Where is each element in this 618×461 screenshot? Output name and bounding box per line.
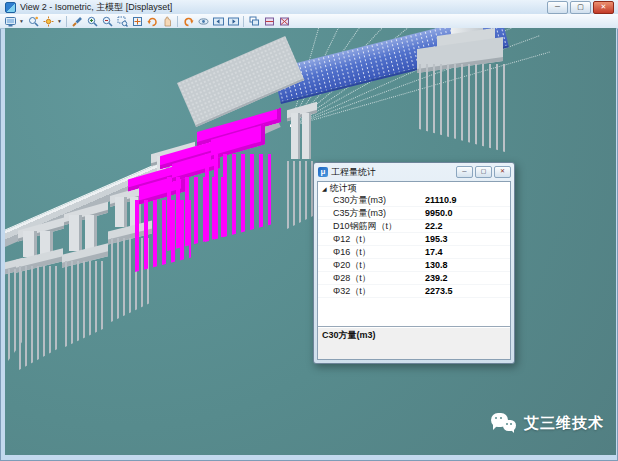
toolbar-separator	[177, 16, 178, 27]
watermark: 艾三维技术	[491, 411, 604, 435]
zoom-out-icon[interactable]	[100, 15, 114, 28]
view-toolbar: ▼ ▼	[0, 14, 618, 29]
zoom-in-icon[interactable]	[85, 15, 99, 28]
table-row[interactable]: D10钢筋网（t） 22.2	[318, 220, 510, 233]
row-value: 239.2	[425, 273, 448, 283]
row-label: D10钢筋网（t）	[333, 220, 425, 233]
view-setup-icon[interactable]	[41, 15, 55, 28]
clip-volume-icon[interactable]	[262, 15, 276, 28]
tree-root-row[interactable]: ◢ 统计项	[318, 182, 510, 194]
fit-view-icon[interactable]	[130, 15, 144, 28]
table-row[interactable]: C35方量(m3) 9950.0	[318, 207, 510, 220]
toolbar-separator	[243, 16, 244, 27]
table-row[interactable]: Φ28（t） 239.2	[318, 272, 510, 285]
tree-expand-icon[interactable]: ◢	[322, 185, 327, 192]
window-icon	[5, 2, 16, 13]
look-around-icon[interactable]	[196, 15, 210, 28]
close-button[interactable]: ✕	[593, 1, 614, 14]
rotate-view-icon[interactable]	[145, 15, 159, 28]
copy-view-icon[interactable]	[247, 15, 261, 28]
pan-view-icon[interactable]	[160, 15, 174, 28]
row-value: 17.4	[425, 247, 443, 257]
row-label: C30方量(m3)	[333, 194, 425, 207]
dialog-maximize-button[interactable]: ▢	[475, 166, 492, 178]
row-value: 9950.0	[425, 208, 453, 218]
row-value: 2273.5	[425, 286, 453, 296]
dialog-title-bar[interactable]: μ 工程量统计 ─ ▢ ✕	[314, 163, 514, 180]
navigate-rotate-icon[interactable]	[181, 15, 195, 28]
deck-slab[interactable]	[177, 36, 304, 127]
view-next-icon[interactable]	[226, 15, 240, 28]
row-value: 195.3	[425, 234, 448, 244]
dialog-app-icon: μ	[318, 167, 328, 177]
row-label: Φ32（t）	[333, 285, 425, 298]
statistics-grid: ◢ 统计项 C30方量(m3) 21110.9 C35方量(m3) 9950.0…	[317, 181, 511, 360]
display-style-icon[interactable]	[3, 15, 17, 28]
window-title: View 2 - Isometric, 主模型 [Displayset]	[20, 1, 172, 14]
row-label: Φ20（t）	[333, 259, 425, 272]
row-value: 22.2	[425, 221, 443, 231]
dialog-close-button[interactable]: ✕	[494, 166, 511, 178]
title-bar: View 2 - Isometric, 主模型 [Displayset] ─ ▢…	[0, 0, 618, 15]
row-label: Φ12（t）	[333, 233, 425, 246]
view-brightness-icon[interactable]	[26, 15, 40, 28]
row-value: 21110.9	[425, 195, 457, 205]
chevron-down-icon[interactable]: ▼	[56, 18, 63, 24]
dialog-minimize-button[interactable]: ─	[456, 166, 473, 178]
table-row[interactable]: Φ12（t） 195.3	[318, 233, 510, 246]
window-area-icon[interactable]	[115, 15, 129, 28]
wechat-icon	[491, 411, 518, 435]
update-view-icon[interactable]	[70, 15, 84, 28]
table-row[interactable]: Φ20（t） 130.8	[318, 259, 510, 272]
row-label: Φ28（t）	[333, 272, 425, 285]
table-row[interactable]: C30方量(m3) 21110.9	[318, 194, 510, 207]
dialog-title: 工程量统计	[331, 166, 376, 179]
table-row[interactable]: Φ16（t） 17.4	[318, 246, 510, 259]
application-window: View 2 - Isometric, 主模型 [Displayset] ─ ▢…	[0, 0, 618, 461]
row-label: Φ16（t）	[333, 246, 425, 259]
row-label: C35方量(m3)	[333, 207, 425, 220]
toolbar-separator	[66, 16, 67, 27]
minimize-button[interactable]: ─	[547, 1, 568, 14]
clip-mask-icon[interactable]	[277, 15, 291, 28]
chevron-down-icon[interactable]: ▼	[18, 18, 25, 24]
watermark-text: 艾三维技术	[524, 414, 604, 433]
maximize-button[interactable]: ▢	[570, 1, 591, 14]
quantity-statistics-dialog[interactable]: μ 工程量统计 ─ ▢ ✕ ◢ 统计项 C30方量(m3) 21110.9	[313, 162, 515, 364]
view-previous-icon[interactable]	[211, 15, 225, 28]
model-viewport[interactable]: μ 工程量统计 ─ ▢ ✕ ◢ 统计项 C30方量(m3) 21110.9	[5, 28, 616, 455]
selected-item-description: C30方量(m3)	[318, 326, 510, 359]
row-value: 130.8	[425, 260, 448, 270]
table-row[interactable]: Φ32（t） 2273.5	[318, 285, 510, 298]
